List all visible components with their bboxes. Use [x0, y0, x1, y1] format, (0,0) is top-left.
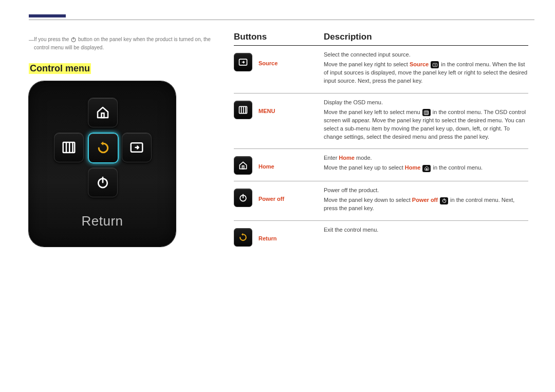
header-buttons: Buttons [234, 32, 324, 42]
panel-button-return[interactable] [88, 133, 119, 163]
control-menu-panel: Return [29, 81, 176, 247]
row-name: MENU [258, 99, 324, 143]
table-row: MENU Display the OSD menu. Move the pane… [234, 94, 528, 150]
header-rule [29, 20, 534, 20]
row-desc: Display the OSD menu. Move the panel key… [324, 99, 528, 143]
panel-button-home[interactable] [88, 98, 118, 127]
table-row: Source Select the connected input source… [234, 46, 528, 94]
desc-line: Power off the product. [324, 186, 528, 195]
source-icon [234, 53, 252, 71]
row-name: Return [258, 226, 324, 247]
desc-line: Move the panel key right to select Sourc… [324, 61, 528, 85]
desc-line: Select the connected input source. [324, 51, 528, 59]
section-heading: Control menu [29, 63, 91, 74]
panel-label: Return [29, 213, 176, 229]
table-row: Home Enter Home mode. Move the panel key… [234, 149, 528, 181]
header-description: Description [324, 32, 372, 42]
row-name: Power off [258, 186, 324, 214]
return-icon [234, 228, 252, 247]
row-desc: Enter Home mode. Move the panel key up t… [324, 154, 528, 175]
row-desc: Exit the control menu. [324, 226, 528, 247]
description-table: Buttons Description Source Select the co… [234, 32, 528, 253]
power-icon [70, 36, 77, 44]
row-desc: Power off the product. Move the panel ke… [324, 186, 528, 214]
intro-note: ― If you press the button on the panel k… [29, 36, 219, 51]
row-desc: Select the connected input source. Move … [324, 51, 528, 87]
header-accent [29, 14, 66, 17]
menu-icon [422, 109, 431, 116]
menu-icon [234, 101, 252, 119]
power-icon [234, 189, 252, 207]
row-name: Home [258, 154, 324, 175]
table-header-row: Buttons Description [234, 32, 528, 46]
desc-line: Move the panel key left to select menu i… [324, 108, 528, 141]
table-row: Power off Power off the product. Move th… [234, 181, 528, 221]
desc-line: Enter Home mode. [324, 154, 528, 162]
source-icon [431, 61, 439, 68]
panel-button-source[interactable] [122, 133, 152, 162]
table-row: Return Exit the control menu. [234, 221, 528, 253]
home-icon [422, 165, 431, 172]
row-name: Source [258, 51, 324, 87]
desc-line: Exit the control menu. [324, 226, 528, 234]
panel-button-power[interactable] [88, 167, 118, 197]
desc-line: Display the OSD menu. [324, 99, 528, 107]
desc-line: Move the panel key down to select Power … [324, 196, 528, 213]
desc-line: Move the panel key up to select Home in … [324, 164, 528, 172]
note-text-pre: If you press the [34, 36, 70, 42]
panel-button-menu[interactable] [54, 133, 84, 162]
home-icon [234, 156, 252, 175]
power-icon [440, 197, 448, 204]
